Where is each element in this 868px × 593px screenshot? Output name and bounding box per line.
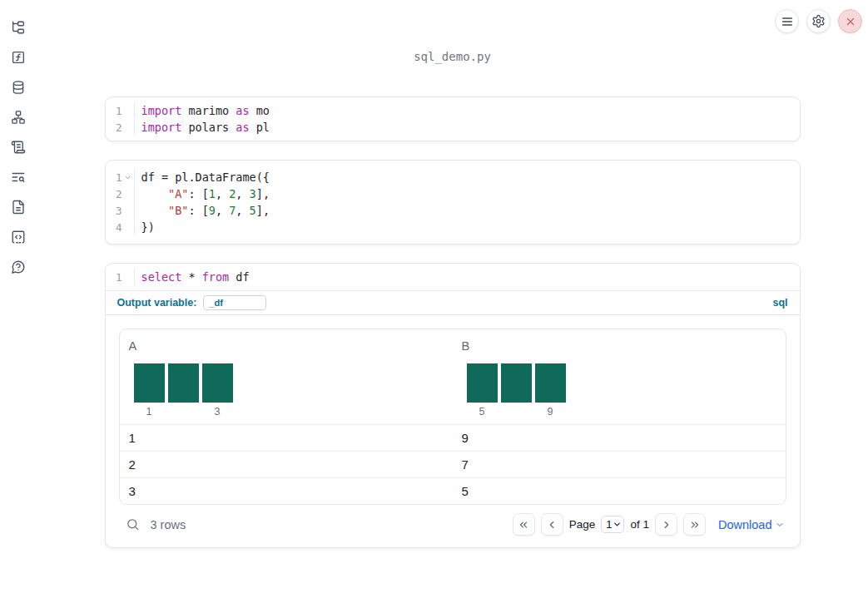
sidebar-item-documentation[interactable]: [11, 200, 26, 215]
histogram-axis-label: [168, 406, 199, 418]
code-editor[interactable]: 1234df = pl.DataFrame({ "A": [1, 2, 3], …: [106, 161, 800, 244]
chevrons-right-icon: [689, 519, 701, 531]
first-page-button[interactable]: [513, 513, 535, 536]
last-page-button[interactable]: [683, 513, 706, 536]
line-number: 2: [106, 188, 122, 200]
sidebar-item-file-explorer[interactable]: [11, 20, 26, 35]
sidebar: [0, 0, 37, 593]
table-header: A13B59: [120, 329, 786, 424]
search-icon: [126, 517, 140, 531]
column-name[interactable]: A: [129, 339, 444, 353]
sidebar-item-dependencies[interactable]: [11, 110, 26, 125]
fold-gutter-space: [122, 121, 134, 133]
column-name[interactable]: B: [462, 339, 777, 353]
code-line: "B": [9, 7, 5],: [141, 202, 270, 219]
settings-button[interactable]: [806, 9, 831, 33]
histogram-bar[interactable]: [134, 363, 165, 403]
histogram-bar[interactable]: [202, 363, 233, 403]
database-icon: [11, 80, 26, 95]
histogram-axis-label: 3: [202, 406, 233, 418]
page-select-value: 1: [606, 518, 612, 531]
fold-chevron-icon[interactable]: [122, 171, 134, 183]
table-cell: 1: [120, 425, 453, 451]
help-icon: [11, 259, 26, 274]
pagination: Page 1 of 1 Download: [513, 513, 785, 536]
histogram-axis-label: [501, 406, 532, 418]
histogram-axis-label: 5: [467, 406, 498, 418]
table-column-header: A13: [120, 329, 453, 424]
line-number: 1: [106, 105, 122, 117]
histogram-bar[interactable]: [467, 363, 498, 403]
table-cell: 5: [453, 478, 786, 504]
histogram-bar[interactable]: [535, 363, 566, 403]
histogram-bar[interactable]: [501, 363, 532, 403]
fold-gutter-space: [122, 271, 134, 283]
file-tree-icon: [11, 20, 26, 35]
page-of-label: of 1: [630, 518, 649, 531]
fold-gutter-space: [122, 188, 134, 200]
code-cell-imports: 12import marimo as moimport polars as pl: [105, 96, 801, 141]
sidebar-item-snippets[interactable]: [11, 230, 26, 245]
download-label: Download: [718, 518, 772, 531]
code-lines: df = pl.DataFrame({ "A": [1, 2, 3], "B":…: [135, 169, 270, 235]
chevron-left-icon: [546, 519, 558, 531]
prev-page-button[interactable]: [541, 513, 563, 536]
notebook-menu-button[interactable]: [775, 9, 799, 33]
table-cell: 2: [120, 452, 453, 477]
dataframe-table: A13B59 192735: [119, 329, 786, 505]
sql-cell: 1select * from df Output variable: sql A…: [105, 263, 801, 548]
line-number: 1: [106, 271, 122, 284]
sql-language-badge: sql: [772, 297, 787, 309]
output-variable-bar: Output variable: sql: [106, 291, 800, 315]
output-variable-input[interactable]: [203, 295, 266, 310]
line-number-gutter: 12: [106, 102, 135, 136]
page-label: Page: [569, 518, 596, 531]
table-cell: 3: [120, 478, 453, 504]
sidebar-item-find[interactable]: [11, 170, 26, 185]
chevrons-left-icon: [518, 519, 529, 531]
fold-gutter-space: [122, 205, 134, 216]
notebook-actions: [775, 9, 862, 33]
code-line: }): [141, 219, 270, 235]
gear-icon: [811, 14, 826, 28]
table-row: 27: [120, 451, 786, 477]
fold-gutter-space: [122, 221, 134, 233]
line-number: 3: [106, 205, 122, 217]
shutdown-button[interactable]: [838, 9, 862, 33]
scroll-text-icon: [11, 140, 26, 155]
fold-gutter-space: [122, 105, 134, 116]
histogram-axis-labels: 59: [467, 406, 777, 418]
download-button[interactable]: Download: [718, 518, 785, 531]
table-body: 192735: [120, 424, 786, 504]
line-number: 1: [106, 171, 122, 184]
code-editor[interactable]: 12import marimo as moimport polars as pl: [106, 97, 800, 141]
code-line: select * from df: [141, 269, 250, 285]
histogram-bar[interactable]: [168, 363, 199, 403]
notebook-filename[interactable]: sql_demo.py: [37, 50, 868, 63]
code-line: import polars as pl: [141, 119, 270, 136]
output-variable-label: Output variable:: [117, 297, 197, 309]
hamburger-menu-icon: [781, 15, 794, 28]
sidebar-item-help[interactable]: [11, 259, 26, 274]
sidebar-item-logs[interactable]: [11, 140, 26, 155]
sidebar-item-datasources[interactable]: [11, 80, 26, 95]
close-icon: [845, 16, 856, 27]
sidebar-item-variables[interactable]: [11, 50, 26, 65]
histogram-axis-label: 9: [535, 406, 566, 418]
document-icon: [11, 200, 26, 215]
code-cell-dataframe: 1234df = pl.DataFrame({ "A": [1, 2, 3], …: [105, 160, 801, 245]
chevron-down-icon: [613, 520, 622, 529]
table-search-button[interactable]: [126, 517, 140, 531]
page-select[interactable]: 1: [601, 516, 624, 533]
code-line: df = pl.DataFrame({: [141, 169, 270, 185]
code-line: "A": [1, 2, 3],: [141, 185, 270, 202]
table-row: 19: [120, 424, 786, 451]
snippets-icon: [11, 230, 26, 245]
line-number-gutter: 1234: [106, 169, 135, 235]
next-page-button[interactable]: [655, 513, 677, 536]
column-histogram: [467, 363, 777, 403]
histogram-axis-labels: 13: [134, 406, 444, 418]
sql-editor[interactable]: 1select * from df: [106, 264, 800, 291]
dependency-graph-icon: [11, 110, 26, 125]
line-number: 4: [106, 221, 122, 234]
